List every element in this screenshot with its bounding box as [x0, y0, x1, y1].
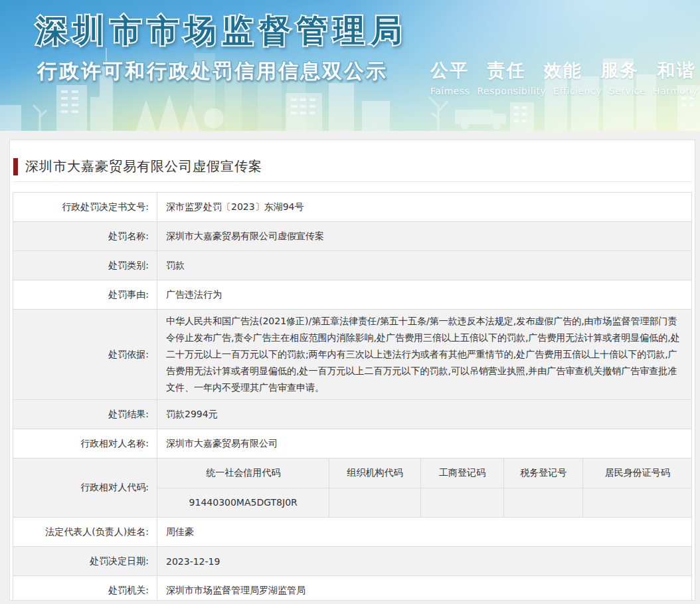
- table-row: 处罚类别: 罚款: [13, 251, 692, 280]
- org-title-text: 深圳市市场监督管理局: [35, 12, 408, 49]
- row-label: 处罚结果:: [13, 400, 157, 429]
- code-value: [420, 488, 503, 517]
- slogan-cn: 公平 责任 效能 服务 和谐: [430, 58, 698, 82]
- table-row: 处罚机关: 深圳市市场监督管理局罗湖监管局: [13, 576, 692, 601]
- row-value: 深市监罗处罚〔2023〕东湖94号: [157, 193, 692, 222]
- table-row: 处罚决定日期: 2023-12-19: [13, 547, 692, 576]
- banner: 深圳市市场监督管理局 行政许可和行政处罚信用信息双公示 公平 责任 效能 服务 …: [0, 0, 700, 131]
- row-value: 周佳豪: [157, 518, 692, 547]
- code-header-row: 统一社会信用代码 组织机构代码 工商登记码 税务登记号 居民身份证号码: [157, 458, 691, 488]
- code-col-header: 统一社会信用代码: [157, 458, 329, 488]
- code-value: [504, 488, 583, 517]
- row-label: 行政处罚决定书文号:: [13, 193, 157, 222]
- code-value: [583, 488, 691, 517]
- code-value-row: 91440300MA5DGT8J0R: [157, 488, 691, 517]
- code-value: [329, 488, 420, 517]
- title-accent-bar: [13, 158, 18, 175]
- row-label: 行政相对人代码:: [13, 458, 157, 518]
- table-row: 行政相对人名称: 深圳市大嘉豪贸易有限公司: [13, 429, 692, 458]
- row-label: 处罚机关:: [13, 576, 157, 601]
- row-value: 中华人民共和国广告法(2021修正)/第五章法律责任/第五十五条/第一款违反本法…: [157, 310, 692, 400]
- table-row: 处罚结果: 罚款2994元: [13, 400, 692, 429]
- banner-subtitle-text: 行政许可和行政处罚信用信息双公示: [37, 59, 388, 82]
- code-cell: 统一社会信用代码 组织机构代码 工商登记码 税务登记号 居民身份证号码 9144…: [157, 458, 692, 518]
- content-panel: 深圳市大嘉豪贸易有限公司虚假宣传案 行政处罚决定书文号: 深市监罗处罚〔2023…: [9, 140, 695, 601]
- table-row: 处罚依据: 中华人民共和国广告法(2021修正)/第五章法律责任/第五十五条/第…: [13, 310, 692, 400]
- row-value: 罚款2994元: [157, 400, 692, 429]
- page-title-row: 深圳市大嘉豪贸易有限公司虚假宣传案: [13, 157, 692, 175]
- row-label: 处罚类别:: [13, 251, 157, 280]
- slogan-en: Faimess Responsibility Efficiency Servic…: [430, 86, 698, 96]
- title-divider: [13, 181, 692, 182]
- row-value: 广告违法行为: [157, 280, 692, 310]
- code-col-header: 工商登记码: [420, 458, 503, 488]
- code-col-header: 组织机构代码: [329, 458, 420, 488]
- code-col-header: 税务登记号: [504, 458, 583, 488]
- table-row: 处罚名称: 深圳市大嘉豪贸易有限公司虚假宣传案: [13, 222, 692, 251]
- penalty-info-table: 行政处罚决定书文号: 深市监罗处罚〔2023〕东湖94号 处罚名称: 深圳市大嘉…: [13, 192, 692, 601]
- row-label: 法定代表人(负责人)姓名:: [13, 518, 157, 547]
- table-row: 行政处罚决定书文号: 深市监罗处罚〔2023〕东湖94号: [13, 193, 692, 222]
- table-row: 法定代表人(负责人)姓名: 周佳豪: [13, 518, 692, 547]
- row-label: 处罚事由:: [13, 280, 157, 310]
- row-label: 处罚决定日期:: [13, 547, 157, 576]
- table-row-code: 行政相对人代码: 统一社会信用代码 组织机构代码 工商登记码 税务登记号: [13, 458, 692, 518]
- row-value: 深圳市大嘉豪贸易有限公司: [157, 429, 692, 458]
- row-label: 处罚名称:: [13, 222, 157, 251]
- code-value: 91440300MA5DGT8J0R: [157, 488, 329, 517]
- code-col-header: 居民身份证号码: [583, 458, 691, 488]
- row-value: 2023-12-19: [157, 547, 692, 576]
- row-value: 深圳市大嘉豪贸易有限公司虚假宣传案: [157, 222, 692, 251]
- slogan-block: 公平 责任 效能 服务 和谐 Faimess Responsibility Ef…: [430, 58, 698, 96]
- row-value: 罚款: [157, 251, 692, 280]
- page-title: 深圳市大嘉豪贸易有限公司虚假宣传案: [25, 157, 262, 175]
- row-value: 深圳市市场监督管理局罗湖监管局: [157, 576, 692, 601]
- row-label: 处罚依据:: [13, 310, 157, 400]
- row-label: 行政相对人名称:: [13, 429, 157, 458]
- code-table: 统一社会信用代码 组织机构代码 工商登记码 税务登记号 居民身份证号码 9144…: [157, 458, 691, 517]
- table-row: 处罚事由: 广告违法行为: [13, 280, 692, 310]
